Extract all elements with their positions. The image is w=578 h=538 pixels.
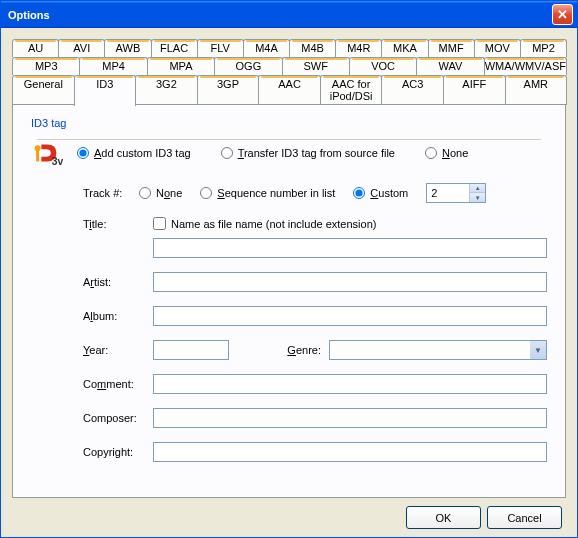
svg-text:3v2: 3v2 xyxy=(52,156,63,167)
tab-aiff[interactable]: AIFF xyxy=(443,75,506,105)
genre-label: Genre: xyxy=(269,344,329,356)
title-label: Title: xyxy=(83,218,153,230)
copyright-input[interactable] xyxy=(153,442,547,462)
tab-m4b[interactable]: M4B xyxy=(289,39,336,57)
tab-aac[interactable]: AAC xyxy=(258,75,321,105)
radio-track-none[interactable]: None xyxy=(139,187,182,199)
artist-label: Artist: xyxy=(83,276,153,288)
tab-m4r[interactable]: M4R xyxy=(335,39,382,57)
year-input[interactable] xyxy=(153,340,229,360)
tab-flv[interactable]: FLV xyxy=(197,39,244,57)
title-input[interactable] xyxy=(153,238,547,258)
tab-awb[interactable]: AWB xyxy=(104,39,151,57)
tab-wma-wmv-asf[interactable]: WMA/WMV/ASF xyxy=(484,57,567,75)
tab-avi[interactable]: AVI xyxy=(58,39,105,57)
close-icon[interactable]: ✕ xyxy=(552,4,573,25)
tab-general[interactable]: General xyxy=(12,75,75,105)
titlebar: Options ✕ xyxy=(1,1,577,28)
comment-input[interactable] xyxy=(153,374,547,394)
year-label: Year: xyxy=(83,344,153,356)
copyright-label: Copyright: xyxy=(83,446,153,458)
options-dialog: Options ✕ AUAVIAWBFLACFLVM4AM4BM4RMKAMMF… xyxy=(0,0,578,538)
svg-rect-1 xyxy=(36,147,39,161)
tab-aac-for-ipod-dsi[interactable]: AAC for iPod/DSi xyxy=(320,75,383,105)
tab-mp2[interactable]: MP2 xyxy=(520,39,567,57)
window-title: Options xyxy=(5,9,552,21)
id3-logo-icon: 3v2 xyxy=(31,137,63,169)
comment-label: Comment: xyxy=(83,378,153,390)
tab-swf[interactable]: SWF xyxy=(282,57,350,75)
spin-down-icon[interactable]: ▼ xyxy=(470,193,485,202)
chevron-down-icon[interactable]: ▼ xyxy=(530,341,546,359)
tab-mov[interactable]: MOV xyxy=(474,39,521,57)
genre-input[interactable] xyxy=(330,341,530,359)
tab-au[interactable]: AU xyxy=(12,39,59,57)
tab-ac3[interactable]: AC3 xyxy=(381,75,444,105)
track-number-spinner[interactable]: ▲ ▼ xyxy=(426,183,486,203)
tab-flac[interactable]: FLAC xyxy=(151,39,198,57)
tab-3gp[interactable]: 3GP xyxy=(197,75,260,105)
tab-mp3[interactable]: MP3 xyxy=(12,57,80,75)
tab-voc[interactable]: VOC xyxy=(349,57,417,75)
tab-id3[interactable]: ID3 xyxy=(74,75,137,106)
tab-mmf[interactable]: MMF xyxy=(428,39,475,57)
fieldset-label: ID3 tag xyxy=(31,117,547,129)
radio-transfer[interactable]: Transfer ID3 tag from source file xyxy=(221,147,395,159)
radio-add-custom[interactable]: Add custom ID3 tag xyxy=(77,147,191,159)
composer-input[interactable] xyxy=(153,408,547,428)
album-input[interactable] xyxy=(153,306,547,326)
tab-mpa[interactable]: MPA xyxy=(147,57,215,75)
radio-track-seq[interactable]: Sequence number in list xyxy=(200,187,335,199)
tab-ogg[interactable]: OGG xyxy=(214,57,282,75)
track-number-input[interactable] xyxy=(427,184,469,202)
tab-3g2[interactable]: 3G2 xyxy=(135,75,198,105)
tab-m4a[interactable]: M4A xyxy=(243,39,290,57)
composer-label: Composer: xyxy=(83,412,153,424)
artist-input[interactable] xyxy=(153,272,547,292)
tab-mka[interactable]: MKA xyxy=(381,39,428,57)
tab-mp4[interactable]: MP4 xyxy=(79,57,147,75)
tab-amr[interactable]: AMR xyxy=(505,75,568,105)
album-label: Album: xyxy=(83,310,153,322)
spin-up-icon[interactable]: ▲ xyxy=(470,184,485,193)
cancel-button[interactable]: Cancel xyxy=(487,506,562,529)
radio-none[interactable]: None xyxy=(425,147,468,159)
genre-combo[interactable]: ▼ xyxy=(329,340,547,360)
tab-wav[interactable]: WAV xyxy=(416,57,484,75)
name-as-file-checkbox[interactable]: Name as file name (not include extension… xyxy=(153,217,376,230)
radio-track-custom[interactable]: Custom xyxy=(353,187,408,199)
ok-button[interactable]: OK xyxy=(406,506,481,529)
track-label: Track #: xyxy=(83,187,139,199)
tab-strip: AUAVIAWBFLACFLVM4AM4BM4RMKAMMFMOVMP2 MP3… xyxy=(12,39,566,105)
tab-panel: ID3 tag 3v2 Add custom ID3 tag xyxy=(12,104,566,498)
